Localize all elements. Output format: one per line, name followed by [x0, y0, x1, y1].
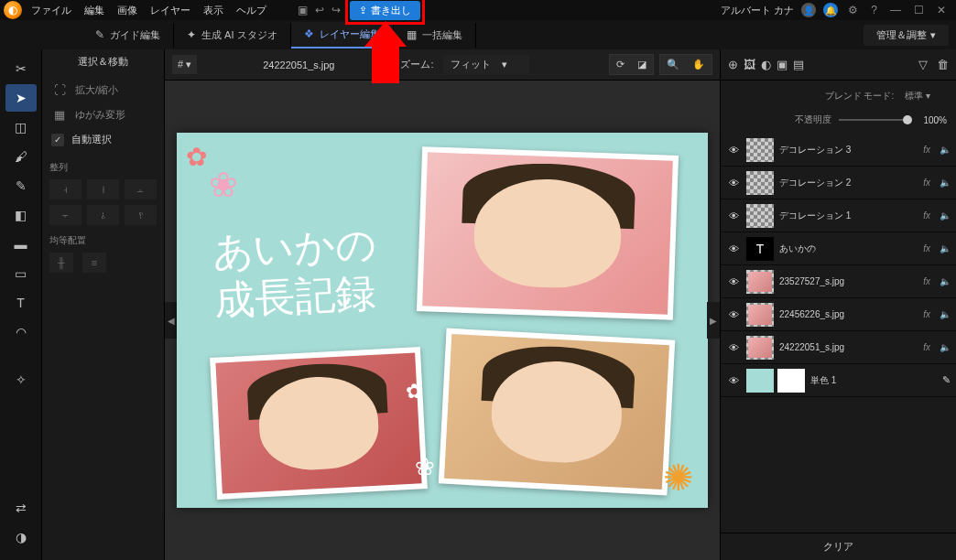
menu-view[interactable]: 表示	[203, 4, 223, 17]
distribute-v[interactable]: ≡	[82, 253, 106, 273]
filter-icon[interactable]: ▽	[918, 58, 928, 71]
layer-row[interactable]: 👁デコレーション 1fx🔈	[721, 199, 956, 232]
visibility-icon[interactable]: 👁	[726, 375, 741, 386]
flip-button[interactable]: ◪	[631, 55, 653, 74]
notification-icon[interactable]: 🔔	[823, 3, 838, 17]
zoom-select[interactable]: フィット ▾	[443, 55, 529, 74]
layer-row[interactable]: 👁23527527_s.jpgfx🔈	[721, 265, 956, 298]
mode-guide[interactable]: ✎ ガイド編集	[82, 23, 174, 48]
mode-layer[interactable]: ❖ レイヤー編集	[291, 22, 394, 48]
effects-tool[interactable]: ✧	[5, 366, 37, 393]
blur-tool[interactable]: ◠	[5, 318, 37, 346]
pan-button[interactable]: ✋	[686, 55, 712, 74]
visibility-icon[interactable]: 👁	[726, 342, 741, 353]
list-icon[interactable]: ▤	[793, 58, 804, 71]
layer-row[interactable]: 👁Tあいかのfx🔈	[721, 232, 956, 265]
menu-edit[interactable]: 編集	[84, 4, 104, 17]
blend-label: ブレンド モード:	[825, 90, 895, 102]
mode-ai[interactable]: ✦ 生成 AI スタジオ	[174, 23, 291, 48]
align-hcenter[interactable]: ⫲	[87, 179, 119, 199]
layer-name: 22456226_s.jpg	[779, 309, 918, 319]
expand-right[interactable]: ▶	[707, 302, 720, 339]
close-icon[interactable]: ✕	[937, 4, 946, 16]
visibility-icon[interactable]: 👁	[726, 309, 741, 320]
minimize-icon[interactable]: —	[890, 4, 901, 16]
visibility-icon[interactable]: 👁	[726, 178, 741, 188]
clear-button[interactable]: クリア	[787, 536, 890, 557]
warp-option[interactable]: ▦ ゆがみ変形	[49, 102, 157, 127]
help-icon[interactable]: ?	[871, 4, 877, 16]
user-name[interactable]: アルバート カナ	[721, 4, 794, 17]
edit-icon[interactable]: ✎	[942, 374, 951, 386]
visibility-icon[interactable]: 👁	[726, 145, 741, 156]
speaker-icon[interactable]: 🔈	[940, 178, 951, 188]
autoselect-option[interactable]: ✓ 自動選択	[49, 127, 157, 152]
menu-help[interactable]: ヘルプ	[236, 4, 266, 17]
blend-select[interactable]: 標準 ▾	[901, 88, 947, 104]
menu-image[interactable]: 画像	[117, 4, 137, 17]
maximize-icon[interactable]: ☐	[914, 4, 924, 16]
trash-icon[interactable]: 🗑	[937, 58, 949, 71]
crop-tool[interactable]: ✂	[5, 55, 37, 82]
settings-icon[interactable]: ⚙	[848, 4, 858, 16]
opacity-label: 不透明度	[795, 113, 831, 126]
layer-row[interactable]: 👁単色 1✎	[721, 364, 956, 397]
zoom-button[interactable]: 🔍	[660, 55, 686, 74]
speaker-icon[interactable]: 🔈	[940, 145, 951, 155]
swap-tool[interactable]: ⇄	[5, 494, 37, 522]
align-vcenter[interactable]: ⫰	[87, 205, 119, 225]
shape-tool[interactable]: ▭	[5, 260, 37, 287]
visibility-icon[interactable]: 👁	[726, 210, 741, 221]
canvas[interactable]: ✿ ❀ あいかの 成長記録 ✿ ❀ ✺	[177, 133, 708, 508]
layer-row[interactable]: 👁デコレーション 2fx🔈	[721, 167, 956, 199]
app-logo[interactable]: ◐	[4, 1, 22, 19]
checkbox-icon[interactable]: ✓	[51, 134, 64, 146]
visibility-icon[interactable]: 👁	[726, 243, 741, 254]
opacity-slider[interactable]	[839, 119, 912, 121]
canvas-area[interactable]: ◀ ✿ ❀ あいかの 成長記録 ✿ ❀ ✺ ▶	[165, 81, 720, 560]
manage-adjust-button[interactable]: 管理＆調整▾	[864, 25, 949, 46]
grid-button[interactable]: # ▾	[172, 55, 197, 74]
brush-tool[interactable]: 🖌	[5, 143, 37, 170]
speaker-icon[interactable]: 🔈	[940, 342, 951, 352]
menu-layer[interactable]: レイヤー	[150, 4, 190, 17]
deco-flower: ✿	[186, 142, 207, 172]
undo-icon[interactable]: ↩	[315, 4, 324, 16]
speaker-icon[interactable]: 🔈	[940, 210, 951, 221]
add-image-icon[interactable]: 🖼	[744, 58, 755, 71]
redo-icon[interactable]: ↪	[331, 4, 341, 16]
align-bottom[interactable]: ⫯	[125, 205, 157, 225]
speaker-icon[interactable]: 🔈	[940, 309, 951, 319]
menu-file[interactable]: ファイル	[31, 4, 71, 17]
visibility-icon[interactable]: 👁	[726, 276, 741, 287]
mode-batch[interactable]: ▦ 一括編集	[394, 23, 476, 48]
user-avatar-icon[interactable]: 👤	[801, 3, 816, 17]
align-left[interactable]: ⫞	[49, 179, 81, 199]
add-layer-icon[interactable]: ⊕	[728, 58, 738, 71]
rotate-button[interactable]: ⟳	[610, 55, 631, 74]
speaker-icon[interactable]: 🔈	[940, 276, 951, 286]
align-top[interactable]: ⫟	[49, 205, 81, 225]
select-tool[interactable]: ◫	[5, 113, 37, 141]
layer-row[interactable]: 👁22456226_s.jpgfx🔈	[721, 298, 956, 331]
speaker-icon[interactable]: 🔈	[940, 243, 951, 253]
text-tool[interactable]: T	[5, 289, 37, 317]
scale-option[interactable]: ⛶ 拡大/縮小	[49, 78, 157, 102]
export-button[interactable]: ⇪ 書き出し	[350, 1, 420, 20]
expand-left[interactable]: ◀	[165, 302, 178, 339]
distribute-h[interactable]: ╫	[49, 253, 73, 273]
align-right[interactable]: ⫠	[125, 179, 157, 199]
layer-row[interactable]: 👁デコレーション 3fx🔈	[721, 134, 956, 167]
color-tool[interactable]: ◑	[5, 523, 37, 551]
fx-label: fx	[923, 178, 930, 188]
photo-1	[417, 146, 679, 320]
save-icon[interactable]: ▣	[298, 4, 308, 16]
move-tool[interactable]: ➤	[5, 84, 37, 112]
layer-row[interactable]: 👁24222051_s.jpgfx🔈	[721, 331, 956, 364]
erase-tool[interactable]: ◧	[5, 201, 37, 229]
adjust-icon[interactable]: ▣	[777, 58, 788, 71]
mask-icon[interactable]: ◐	[761, 58, 771, 71]
pen-tool[interactable]: ✎	[5, 172, 37, 199]
layer-name: デコレーション 3	[779, 144, 918, 156]
fill-tool[interactable]: ▬	[5, 231, 37, 258]
